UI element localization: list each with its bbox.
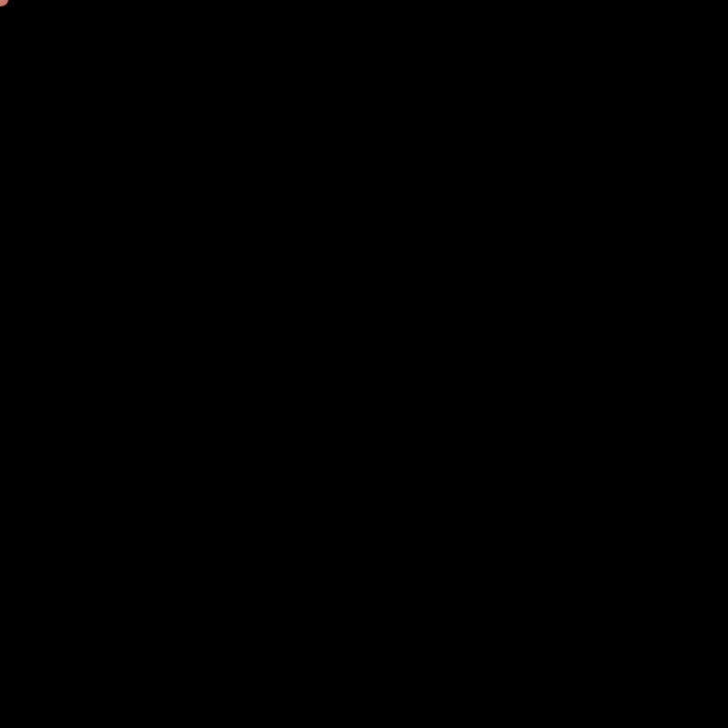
chart-frame <box>0 0 728 728</box>
chart-svg <box>0 0 728 728</box>
bottleneck-chart <box>0 0 728 728</box>
